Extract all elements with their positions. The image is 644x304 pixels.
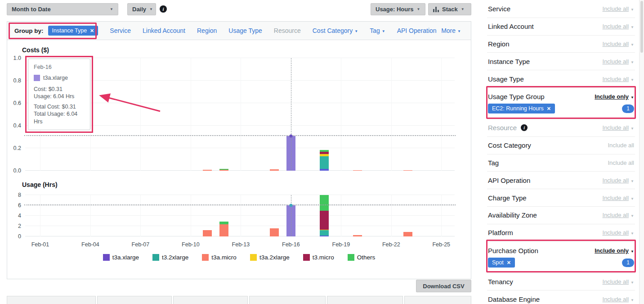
- bar-segment-t3a-micro[interactable]: [353, 170, 362, 171]
- table-header-cell: [249, 296, 326, 304]
- tooltip-cost: Cost: $0.31: [34, 86, 85, 93]
- close-icon[interactable]: ✕: [547, 106, 551, 112]
- chevron-down-icon: ▼: [110, 7, 113, 11]
- filter-dropdown-usage-type-group[interactable]: Include only▼: [595, 93, 634, 100]
- close-icon[interactable]: ✕: [507, 260, 511, 266]
- filter-dropdown-availability-zone[interactable]: Include all▼: [603, 212, 634, 218]
- filter-label: Linked Account: [488, 23, 534, 30]
- groupby-tabbar: Group by: Instance Type ✕ ServiceLinked …: [7, 22, 471, 40]
- highlight-box-tooltip: Feb-16 t3a.xlarge Cost: $0.31 Usage: 6.0…: [25, 56, 93, 133]
- filter-label: API Operation: [488, 177, 530, 184]
- filter-label: Platform: [488, 229, 513, 236]
- tooltip-series-label: t3a.xlarge: [43, 74, 68, 82]
- gridline: [341, 58, 341, 171]
- y-tick-label: 1.0: [13, 55, 21, 61]
- bar-segment-t3a-micro[interactable]: [403, 170, 412, 171]
- gridline: [25, 170, 455, 171]
- x-tick-label: Feb-01: [31, 241, 49, 248]
- bar-segment-t3a-xlarge[interactable]: [320, 236, 329, 236]
- tooltip-date: Feb-16: [34, 64, 85, 71]
- bar-segment-t3a-micro[interactable]: [219, 170, 228, 171]
- filter-dropdown-api-operation[interactable]: Include all▼: [603, 177, 634, 184]
- filter-row-charge-type: Charge TypeInclude all▼: [487, 189, 635, 207]
- table-header-cell: [404, 296, 471, 304]
- filter-dropdown-service[interactable]: Include all▼: [603, 5, 634, 12]
- groupby-chip-instance-type[interactable]: Instance Type ✕: [48, 26, 98, 36]
- legend-swatch: [348, 254, 354, 261]
- bar-segment-t3a-xlarge[interactable]: [320, 169, 329, 171]
- close-icon[interactable]: ✕: [90, 28, 94, 34]
- filter-row-linked-account: Linked AccountInclude all▼: [487, 18, 635, 36]
- filter-label: Tag: [488, 159, 499, 167]
- chevron-down-icon: ▼: [631, 8, 634, 12]
- gridline: [25, 215, 455, 216]
- filter-dropdown-instance-type[interactable]: Include all▼: [603, 58, 634, 65]
- usage-metric-dropdown[interactable]: Usage: Hours ▼: [371, 3, 425, 15]
- bar-segment-t3-2xlarge[interactable]: [320, 156, 329, 169]
- filter-dropdown-tag: Include all: [608, 159, 634, 166]
- bar-segment-t3a-micro[interactable]: [203, 230, 212, 236]
- tab-cost-category[interactable]: Cost Category▼: [313, 27, 358, 34]
- date-range-dropdown[interactable]: Month to Date ▼: [7, 3, 118, 15]
- chart-style-dropdown[interactable]: Stack ▼: [428, 3, 471, 15]
- bar-segment-t3-micro[interactable]: [320, 211, 329, 229]
- filter-dropdown-tenancy[interactable]: Include all▼: [603, 278, 634, 285]
- filter-dropdown-purchase-option[interactable]: Include only▼: [595, 247, 634, 254]
- legend-item-t3a-2xlarge: t3a.2xlarge: [250, 254, 290, 261]
- bar-segment-t3-micro[interactable]: [320, 152, 329, 154]
- filter-label: Usage Type Group: [488, 93, 545, 100]
- tab-usage-type[interactable]: Usage Type: [228, 27, 262, 34]
- bar-segment-t3a-micro[interactable]: [353, 235, 362, 236]
- tab-region[interactable]: Region: [197, 27, 217, 34]
- download-csv-button[interactable]: Download CSV: [416, 280, 471, 292]
- filter-dropdown-platform[interactable]: Include all▼: [603, 229, 634, 236]
- filter-dropdown-database-engine[interactable]: Include all▼: [603, 296, 634, 303]
- tab-more[interactable]: More▼: [441, 27, 461, 34]
- filter-dropdown-linked-account[interactable]: Include all▼: [603, 23, 634, 30]
- tab-service[interactable]: Service: [110, 27, 131, 34]
- legend-item-t3a-xlarge: t3a.xlarge: [103, 254, 139, 261]
- bar-segment-t3a-2xlarge[interactable]: [320, 154, 329, 156]
- chevron-down-icon: ▼: [354, 29, 358, 33]
- bar-segment-others[interactable]: [219, 222, 228, 224]
- tab-api-operation[interactable]: API Operation: [397, 27, 437, 34]
- date-range-label: Month to Date: [12, 6, 51, 13]
- bar-segment-others[interactable]: [320, 195, 329, 211]
- bar-segment-t3a-micro[interactable]: [203, 170, 212, 171]
- tab-linked-account[interactable]: Linked Account: [143, 27, 185, 34]
- x-tick-label: Feb-25: [432, 241, 450, 248]
- y-tick-label: 0.6: [13, 100, 21, 106]
- y-tick-label: 0.0: [13, 168, 21, 174]
- bar-segment-t3a-micro[interactable]: [219, 224, 228, 236]
- filter-chip-spot[interactable]: Spot✕: [488, 258, 515, 268]
- scrollbar-thumb[interactable]: [640, 1, 643, 53]
- filter-label: Resourcei: [488, 124, 528, 132]
- chevron-down-icon: ▼: [631, 127, 634, 131]
- bar-segment-t3a-micro[interactable]: [403, 232, 412, 236]
- bar-segment-t3a-2xlarge[interactable]: [320, 230, 329, 230]
- bar-segment-t3a-micro[interactable]: [270, 228, 279, 236]
- filter-row-tag: TagInclude all: [487, 154, 635, 172]
- filter-dropdown-resource[interactable]: Include all▼: [603, 124, 634, 131]
- scrollbar[interactable]: [639, 0, 644, 304]
- filter-row-purchase-option: Purchase OptionInclude only▼Spot✕1: [487, 242, 635, 273]
- filter-label: Purchase Option: [488, 247, 538, 254]
- tooltip-series-swatch: [34, 75, 40, 81]
- chevron-down-icon: ▼: [631, 60, 634, 64]
- gridline: [441, 58, 442, 171]
- tab-tag[interactable]: Tag▼: [370, 27, 385, 34]
- info-icon[interactable]: i: [160, 5, 167, 13]
- filter-chip-ec2-running-hours[interactable]: EC2: Running Hours✕: [488, 104, 555, 113]
- filter-dropdown-usage-type[interactable]: Include all▼: [603, 76, 634, 82]
- legend-item-t3a-micro: t3a.micro: [202, 254, 237, 261]
- granularity-dropdown[interactable]: Daily ▼: [127, 3, 156, 15]
- bar-segment-t3a-micro[interactable]: [270, 169, 279, 171]
- gridline: [241, 58, 241, 171]
- filter-dropdown-region[interactable]: Include all▼: [603, 41, 634, 47]
- legend-label: t3a.xlarge: [112, 254, 139, 261]
- info-icon[interactable]: i: [521, 124, 528, 131]
- bar-segment-others[interactable]: [219, 169, 228, 170]
- bar-segment-t3-2xlarge[interactable]: [320, 230, 329, 236]
- filter-dropdown-charge-type[interactable]: Include all▼: [603, 195, 634, 201]
- bar-segment-others[interactable]: [320, 150, 329, 152]
